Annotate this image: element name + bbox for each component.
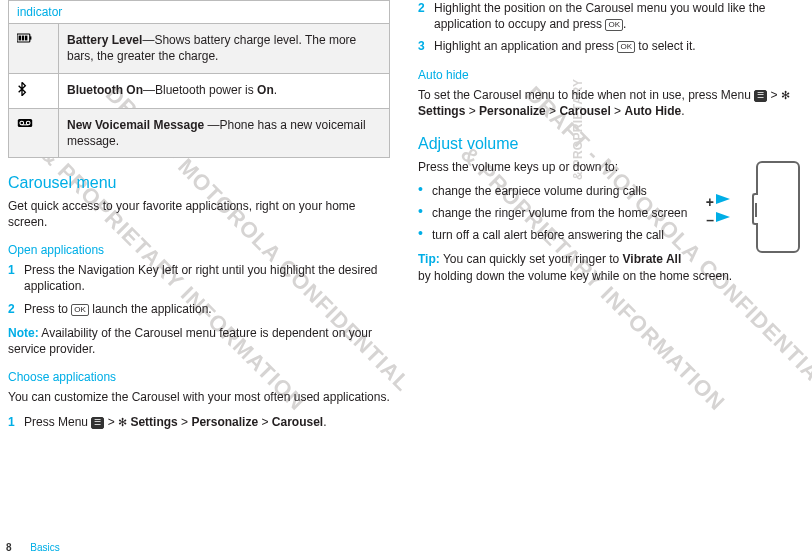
- open-apps-steps: 1Press the Navigation Key left or right …: [8, 262, 390, 317]
- right-column: 2Highlight the position on the Carousel …: [418, 0, 800, 438]
- carousel-intro: Get quick access to your favorite applic…: [8, 198, 390, 230]
- menu-key-icon: ☰: [754, 90, 767, 102]
- indicator-table: indicator Battery Level—Shows battery ch…: [8, 0, 390, 158]
- section-label: Basics: [30, 542, 59, 553]
- voicemail-icon-cell: [9, 108, 59, 157]
- table-row: Bluetooth On—Bluetooth power is On.: [9, 73, 390, 108]
- list-item: 2Highlight the position on the Carousel …: [418, 0, 800, 32]
- heading-choose-apps: Choose applications: [8, 369, 390, 385]
- table-row: Battery Level—Shows battery charge level…: [9, 24, 390, 73]
- list-item: 1Press Menu ☰ > ✻ Settings > Personalize…: [8, 414, 390, 430]
- heading-adjust-volume: Adjust volume: [418, 133, 800, 155]
- table-header-row: indicator: [9, 1, 390, 24]
- ok-key-icon: OK: [71, 304, 89, 316]
- page-number: 8: [6, 542, 12, 553]
- voicemail-desc: New Voicemail Message —Phone has a new v…: [59, 108, 390, 157]
- note-text: Note: Availability of the Carousel menu …: [8, 325, 390, 357]
- choose-intro: You can customize the Carousel with your…: [8, 389, 390, 405]
- choose-apps-steps-cont: 2Highlight the position on the Carousel …: [418, 0, 800, 55]
- list-item: 2Press to OK launch the application.: [8, 301, 390, 317]
- menu-key-icon: ☰: [91, 417, 104, 429]
- svg-rect-4: [25, 36, 27, 41]
- bluetooth-icon-cell: [9, 73, 59, 108]
- table-row: New Voicemail Message —Phone has a new v…: [9, 108, 390, 157]
- volume-bullets: change the earpiece volume during calls …: [418, 183, 800, 244]
- list-item: 3Highlight an application and press OK t…: [418, 38, 800, 54]
- svg-rect-1: [30, 37, 32, 40]
- auto-hide-text: To set the Carousel menu to hide when no…: [418, 87, 800, 119]
- choose-apps-steps: 1Press Menu ☰ > ✻ Settings > Personalize…: [8, 414, 390, 430]
- svg-rect-3: [22, 36, 24, 41]
- svg-rect-2: [19, 36, 21, 41]
- bluetooth-icon: [17, 82, 27, 96]
- footer: 8 Basics: [6, 541, 60, 555]
- tip-text: Tip: You can quickly set your ringer to …: [418, 251, 800, 283]
- ok-key-icon: OK: [605, 19, 623, 31]
- heading-carousel-menu: Carousel menu: [8, 172, 390, 194]
- heading-open-apps: Open applications: [8, 242, 390, 258]
- list-item: turn off a call alert before answering t…: [418, 227, 800, 243]
- list-item: change the ringer volume from the home s…: [418, 205, 800, 221]
- left-column: indicator Battery Level—Shows battery ch…: [8, 0, 390, 438]
- table-header: indicator: [9, 1, 390, 24]
- list-item: change the earpiece volume during calls: [418, 183, 800, 199]
- battery-icon: [17, 32, 33, 44]
- voicemail-icon: [17, 117, 33, 129]
- battery-desc: Battery Level—Shows battery charge level…: [59, 24, 390, 73]
- gear-icon: ✻: [781, 89, 790, 101]
- ok-key-icon: OK: [617, 41, 635, 53]
- bluetooth-desc: Bluetooth On—Bluetooth power is On.: [59, 73, 390, 108]
- heading-auto-hide: Auto hide: [418, 67, 800, 83]
- gear-icon: ✻: [118, 416, 127, 428]
- list-item: 1Press the Navigation Key left or right …: [8, 262, 390, 294]
- battery-icon-cell: [9, 24, 59, 73]
